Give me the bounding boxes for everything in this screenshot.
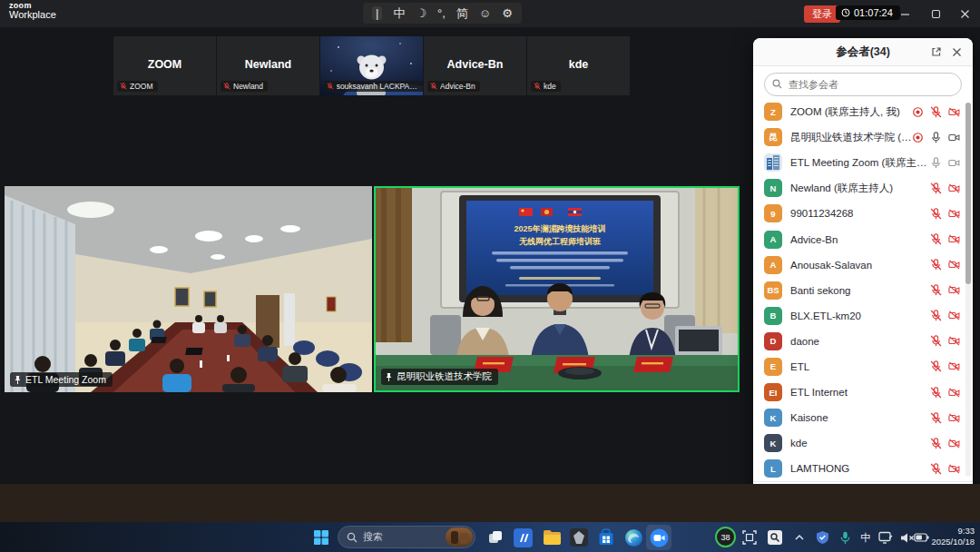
mic-muted-icon[interactable] bbox=[930, 284, 942, 296]
camera-off-icon[interactable] bbox=[948, 360, 960, 372]
zoom-app-button[interactable] bbox=[648, 527, 670, 548]
camera-off-icon[interactable] bbox=[948, 310, 960, 321]
taskbar-search[interactable]: 搜索 bbox=[338, 526, 475, 548]
mic-muted-icon[interactable] bbox=[930, 463, 942, 475]
start-button[interactable] bbox=[310, 527, 332, 548]
close-button[interactable] bbox=[949, 0, 980, 27]
ime-item[interactable]: 中 bbox=[393, 5, 405, 22]
participant-row[interactable]: LLAMTHONG bbox=[753, 456, 973, 481]
tray-badge[interactable]: 38 bbox=[715, 527, 736, 547]
participant-list: ZZOOM (联席主持人, 我) 昆昆明职业铁道技术学院 (主持人) ETL M… bbox=[753, 99, 973, 481]
ime-item[interactable]: ☽ bbox=[416, 6, 426, 20]
pen-display-tray-button[interactable] bbox=[875, 527, 897, 548]
magnifier-app-tray-button[interactable] bbox=[764, 527, 786, 548]
gem-icon bbox=[570, 528, 588, 547]
participant-row[interactable]: AAdvice-Bn bbox=[753, 226, 973, 251]
participant-row[interactable]: 999011234268 bbox=[753, 201, 973, 226]
tray-chevron-button[interactable] bbox=[789, 527, 810, 548]
camera-off-icon[interactable] bbox=[948, 233, 960, 245]
participant-row[interactable]: AAnousak-Salavan bbox=[753, 252, 973, 278]
screenshot-tray-button[interactable] bbox=[739, 527, 760, 548]
security-shield-tray-button[interactable] bbox=[811, 527, 833, 548]
video-tile-etl-meeting[interactable]: ETL Meeting Zoom bbox=[5, 186, 372, 392]
camera-off-icon[interactable] bbox=[948, 387, 960, 399]
clock-tray[interactable]: 9:33 2025/10/18 bbox=[924, 526, 975, 547]
mic-icon[interactable] bbox=[930, 132, 942, 143]
participant-row[interactable]: ZZOOM (联席主持人, 我) bbox=[753, 99, 973, 124]
mic-muted-icon[interactable] bbox=[930, 106, 942, 118]
dark-gem-app-icon[interactable] bbox=[568, 527, 590, 548]
video-thumbnail[interactable]: souksavanh LACKPASI... bbox=[320, 36, 423, 95]
participants-panel: 参会者(34) ZZOOM (联席主持人, 我) bbox=[753, 38, 973, 516]
ime-language-indicator[interactable]: 中 bbox=[855, 527, 877, 548]
camera-off-icon[interactable] bbox=[948, 182, 960, 194]
mic-icon[interactable] bbox=[930, 157, 942, 169]
blue-slashes-app-icon[interactable] bbox=[512, 527, 534, 548]
scrollbar-thumb[interactable] bbox=[965, 103, 971, 284]
participant-row[interactable]: Ddaone bbox=[753, 329, 973, 354]
edge-browser-button[interactable] bbox=[622, 527, 644, 548]
participant-row[interactable]: KKaisone bbox=[753, 405, 973, 430]
mic-muted-icon[interactable] bbox=[930, 233, 942, 245]
video-tile-kunming-college[interactable]: 2025年澜湄跨境技能培训 无线网优工程师培训班 bbox=[374, 186, 740, 392]
ime-item[interactable]: | bbox=[372, 6, 382, 20]
participant-search-input[interactable] bbox=[764, 73, 962, 96]
participant-avatar: A bbox=[764, 231, 782, 249]
participant-row[interactable]: EIETL Internet bbox=[753, 380, 973, 405]
search-highlight-image[interactable] bbox=[446, 527, 473, 547]
mic-muted-icon[interactable] bbox=[930, 412, 942, 424]
camera-icon[interactable] bbox=[948, 157, 960, 169]
camera-off-icon[interactable] bbox=[948, 208, 960, 220]
participant-status-icons bbox=[930, 387, 960, 399]
ime-toolbar[interactable]: |中☽°,简☺⚙ bbox=[363, 3, 522, 24]
login-button[interactable]: 登录 bbox=[804, 5, 840, 23]
video-thumbnail[interactable]: Advice-Bn Advice-Bn bbox=[424, 36, 526, 95]
camera-off-icon[interactable] bbox=[948, 259, 960, 271]
mic-muted-icon[interactable] bbox=[930, 360, 942, 372]
mic-muted-icon[interactable] bbox=[930, 387, 942, 399]
participant-row[interactable]: ETL Meeting Zoom (联席主持人) bbox=[753, 150, 973, 175]
participant-row[interactable]: 昆昆明职业铁道技术学院 (主持人) bbox=[753, 124, 973, 150]
video-label-left: ETL Meeting Zoom bbox=[10, 372, 113, 387]
thumbnail-name-text: Advice-Bn bbox=[440, 82, 475, 91]
popout-button[interactable] bbox=[929, 44, 944, 59]
desktop-screen: zoom Workplace |中☽°,简☺⚙ 登录 01:07:24 ZOOM… bbox=[0, 0, 980, 552]
camera-off-icon[interactable] bbox=[948, 106, 960, 118]
ime-item[interactable]: ⚙ bbox=[502, 6, 513, 20]
mic-muted-icon[interactable] bbox=[930, 335, 942, 347]
participant-row[interactable]: EETL bbox=[753, 354, 973, 380]
participant-avatar: B bbox=[764, 307, 782, 325]
camera-off-icon[interactable] bbox=[948, 284, 960, 296]
mic-muted-icon[interactable] bbox=[930, 438, 942, 449]
mic-muted-icon[interactable] bbox=[930, 310, 942, 321]
microsoft-store-button[interactable] bbox=[595, 527, 617, 548]
participant-avatar: K bbox=[764, 409, 782, 427]
participant-name: ZOOM (联席主持人, 我) bbox=[790, 105, 912, 119]
voice-input-tray-button[interactable] bbox=[834, 527, 856, 548]
participant-search-wrap bbox=[753, 66, 973, 99]
video-thumbnail[interactable]: Newland Newland bbox=[217, 36, 319, 95]
camera-icon[interactable] bbox=[948, 132, 960, 143]
ime-item[interactable]: 简 bbox=[456, 5, 468, 22]
participant-row[interactable]: BBLX.ETL-km20 bbox=[753, 303, 973, 329]
file-explorer-button[interactable] bbox=[541, 527, 563, 548]
camera-off-icon[interactable] bbox=[948, 412, 960, 424]
minimize-button[interactable] bbox=[889, 0, 920, 27]
camera-off-icon[interactable] bbox=[948, 463, 960, 475]
maximize-button[interactable] bbox=[920, 0, 951, 27]
ime-item[interactable]: ☺ bbox=[479, 6, 491, 20]
camera-off-icon[interactable] bbox=[948, 438, 960, 449]
mic-muted-icon[interactable] bbox=[930, 208, 942, 220]
mic-muted-icon[interactable] bbox=[930, 259, 942, 271]
task-view-button[interactable] bbox=[485, 527, 506, 548]
store-icon bbox=[597, 528, 615, 547]
camera-off-icon[interactable] bbox=[948, 335, 960, 347]
video-thumbnail[interactable]: ZOOM ZOOM bbox=[113, 36, 216, 95]
participant-row[interactable]: Kkde bbox=[753, 430, 973, 456]
participant-row[interactable]: NNewland (联席主持人) bbox=[753, 175, 973, 201]
mic-muted-icon[interactable] bbox=[930, 182, 942, 194]
panel-close-button[interactable] bbox=[949, 44, 964, 59]
ime-item[interactable]: °, bbox=[437, 6, 446, 20]
video-thumbnail[interactable]: kde kde bbox=[527, 36, 630, 95]
participant-row[interactable]: BSBanti sekong bbox=[753, 278, 973, 303]
